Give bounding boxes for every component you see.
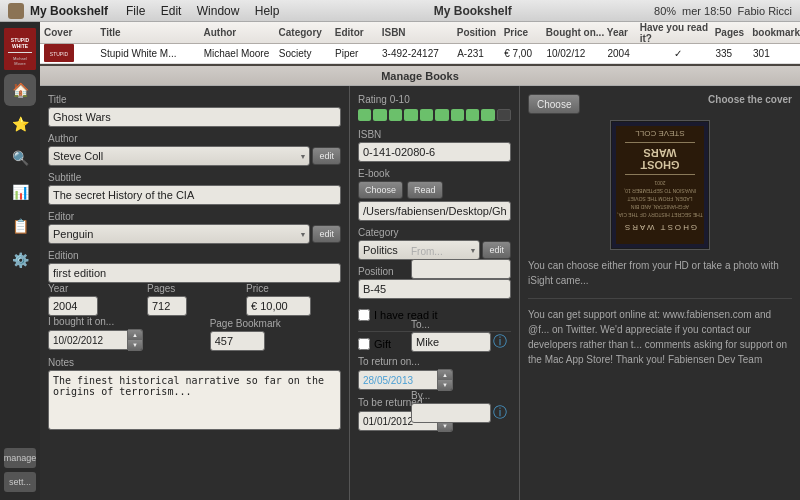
col-editor: Editor [335,27,382,38]
col-price: Price [504,27,546,38]
rating-seg-2 [373,109,386,121]
rating-bar [358,109,511,121]
rating-seg-7 [451,109,464,121]
middle-panel: Rating 0-10 ISBN E-book Choose Read Cate… [350,86,520,500]
author-select[interactable]: Steve Coll [48,146,310,166]
author-row: Steve Coll edit [48,146,341,166]
ebook-label: E-book [358,168,511,179]
col-pages: Pages [715,27,753,38]
settings-button[interactable]: sett... [4,472,36,492]
from-label: From... [411,246,511,257]
rating-seg-6 [435,109,448,121]
to-row: ⓘ [411,332,511,352]
book-cover-display: GHOST WARS THE SECRET HISTORY OF THE CIA… [610,120,710,250]
gift-checkbox[interactable] [358,338,370,350]
author-edit-button[interactable]: edit [312,147,341,165]
isbn-input[interactable] [358,142,511,162]
to-label: To... [411,319,511,330]
menu-help[interactable]: Help [255,4,280,18]
to-input[interactable] [411,332,491,352]
bought-stepper-buttons[interactable]: ▲ ▼ [128,329,143,351]
col-bought: Bought on... [546,27,607,38]
sidebar-book-cover[interactable]: STUPID WHITE Michael Moore [4,28,36,70]
by-info-icon: ⓘ [493,404,507,422]
svg-rect-16 [625,174,695,175]
to-info-icon: ⓘ [493,333,507,351]
sidebar-icon-search[interactable]: 🔍 [4,142,36,174]
year-input[interactable] [48,296,98,316]
bought-decrement[interactable]: ▼ [128,340,142,350]
svg-text:LADEN, FROM THE SOVIET: LADEN, FROM THE SOVIET [627,196,692,202]
sidebar-icon-chart[interactable]: 📊 [4,176,36,208]
have-read-checkbox[interactable] [358,309,370,321]
sidebar-icon-list[interactable]: 📋 [4,210,36,242]
time-display: mer 18:50 [682,5,732,17]
cell-author: Michael Moore [204,48,279,59]
editor-select[interactable]: Penguin [48,224,310,244]
by-input[interactable] [411,403,491,423]
cover-header: Choose Choose the cover [528,94,792,114]
notes-label: Notes [48,357,341,368]
form-panel: Title Author Steve Coll edit Subtitle Ed… [40,86,350,500]
pages-input[interactable] [147,296,187,316]
menu-edit[interactable]: Edit [161,4,182,18]
edition-input[interactable] [48,263,341,283]
col-category: Category [279,27,335,38]
year-pages-price-row: Year Pages Price [48,283,341,316]
cell-read: ✓ [640,48,715,59]
menu-file[interactable]: File [126,4,145,18]
sidebar-icon-gear[interactable]: ⚙️ [4,244,36,276]
title-label: Title [48,94,341,105]
bought-input[interactable] [48,330,128,350]
rating-seg-9 [481,109,494,121]
os-bar-right: 80% mer 18:50 Fabio Ricci [654,5,792,17]
svg-text:GHOST WARS: GHOST WARS [623,223,697,232]
choose-ebook-button[interactable]: Choose [358,181,403,199]
sidebar: STUPID WHITE Michael Moore 🏠 ⭐ 🔍 📊 📋 ⚙️ … [0,22,40,500]
choose-cover-button[interactable]: Choose [528,94,580,114]
title-input[interactable] [48,107,341,127]
sidebar-icon-home[interactable]: 🏠 [4,74,36,106]
sidebar-icon-star[interactable]: ⭐ [4,108,36,140]
bookmark-input[interactable] [210,331,265,351]
svg-text:2001: 2001 [654,180,665,186]
rating-seg-4 [404,109,417,121]
app-icon [8,3,24,19]
table-row[interactable]: STUPID Stupid White M... Michael Moore S… [40,44,800,64]
bought-increment[interactable]: ▲ [128,330,142,340]
from-input[interactable] [411,259,511,279]
cover-description: You can choose either from your HD or ta… [528,258,792,288]
editor-label: Editor [48,211,341,222]
menu-window[interactable]: Window [197,4,240,18]
cell-title: Stupid White M... [100,48,203,59]
cell-pages: 335 [715,48,753,59]
cell-year: 2004 [607,48,640,59]
price-label: Price [246,283,341,294]
col-title: Title [100,27,203,38]
col-author: Author [203,27,278,38]
col-cover: Cover [44,27,100,38]
ebook-path-input[interactable] [358,201,511,221]
bookmark-label: Page Bookmark [210,318,341,329]
window-title: My Bookshelf [297,4,648,18]
svg-text:WHITE: WHITE [12,43,29,49]
subtitle-input[interactable] [48,185,341,205]
col-position: Position [457,27,504,38]
cell-bookmark: 301 [753,48,800,59]
notes-textarea[interactable]: The finest historical narrative so far o… [48,370,341,430]
cell-isbn: 3-492-24127 [382,48,457,59]
manage-button[interactable]: manage [4,448,36,468]
menu-bar[interactable]: File Edit Window Help [126,4,291,18]
svg-text:THE SECRET HISTORY OF THE CIA,: THE SECRET HISTORY OF THE CIA, [617,212,703,218]
svg-text:GHOST: GHOST [640,159,679,171]
editor-edit-button[interactable]: edit [312,225,341,243]
battery-indicator: 80% [654,5,676,17]
bought-stepper: ▲ ▼ [48,329,206,351]
price-input[interactable] [246,296,311,316]
col-isbn: ISBN [382,27,457,38]
bought-bookmark-row: I bought it on... ▲ ▼ Page Bookmark [48,316,341,351]
edition-label: Edition [48,250,341,261]
svg-text:Moore: Moore [14,61,26,66]
read-ebook-button[interactable]: Read [407,181,443,199]
book-cover-image: GHOST WARS THE SECRET HISTORY OF THE CIA… [612,122,708,248]
